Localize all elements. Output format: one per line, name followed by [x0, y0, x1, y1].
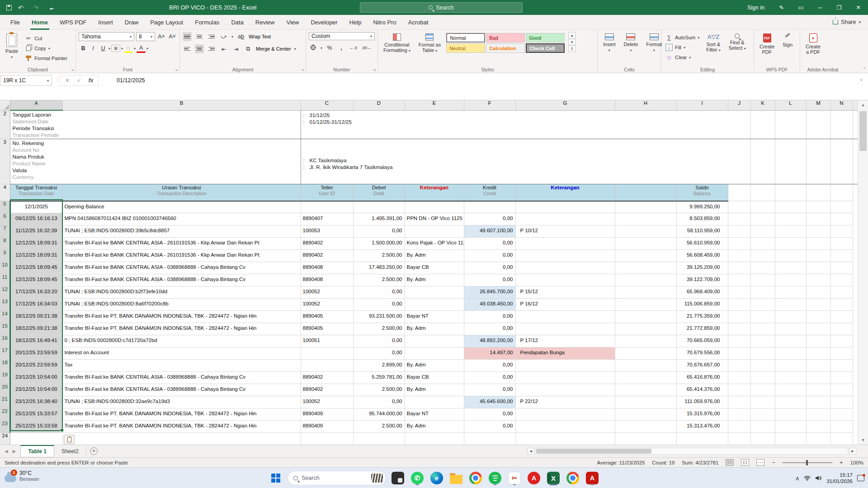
- cell-A9[interactable]: 12/12/25 18:09:31: [10, 250, 62, 262]
- clipboard-dialog-launcher[interactable]: ↘: [71, 67, 74, 72]
- cell-I21[interactable]: 111.059.976,00: [676, 396, 728, 408]
- row-header-23[interactable]: 23: [0, 421, 10, 433]
- whatsapp-icon[interactable]: ✆: [410, 470, 425, 486]
- cell-F14[interactable]: 0,00: [464, 311, 515, 323]
- page-break-view-button[interactable]: [756, 459, 764, 466]
- cell-F12[interactable]: 26.845.700,00: [464, 286, 515, 299]
- cell-H17[interactable]: [615, 347, 676, 360]
- tab-help[interactable]: Help: [344, 15, 368, 30]
- wifi-icon[interactable]: [804, 475, 811, 481]
- cell-C13[interactable]: 100052: [301, 299, 353, 311]
- font-size-select[interactable]: 8▾: [136, 32, 155, 41]
- borders-icon[interactable]: ⊞: [111, 45, 120, 52]
- cell-H9[interactable]: [615, 250, 676, 262]
- cell-A15[interactable]: 18/12/25 09:21:38: [10, 323, 62, 335]
- cell-I18[interactable]: 70.676.657,00: [676, 360, 728, 372]
- cell-I19[interactable]: 65.416.876,00: [676, 372, 728, 384]
- next-sheet-icon[interactable]: ▶: [13, 449, 16, 454]
- cell-A14[interactable]: 18/12/25 09:21:38: [10, 311, 62, 323]
- header-empty-h[interactable]: [615, 184, 676, 201]
- row-header-3[interactable]: 3: [0, 139, 10, 184]
- cell-C17[interactable]: [301, 347, 353, 360]
- taskbar-search-input[interactable]: Search: [288, 471, 386, 485]
- cell-E11[interactable]: By. Adm: [405, 274, 464, 286]
- col-header-F[interactable]: F: [464, 100, 515, 110]
- italic-button[interactable]: I: [89, 44, 98, 53]
- cell-A6[interactable]: 09/12/25 16:16:13: [10, 213, 62, 225]
- col-header-N[interactable]: N: [830, 100, 853, 110]
- chrome-icon[interactable]: [468, 470, 483, 486]
- find-select-button[interactable]: Find &Select ▾: [726, 32, 749, 52]
- cell-C7[interactable]: 100053: [301, 225, 353, 238]
- cell-D8[interactable]: 1.500.000,00: [353, 238, 405, 250]
- start-button[interactable]: [268, 470, 283, 486]
- autosum-button[interactable]: ∑AutoSum▾: [664, 33, 701, 42]
- cell-style-bad[interactable]: Bad: [486, 33, 525, 42]
- cell-B9[interactable]: Transfer BI-Fast ke BANK CENTRAL ASIA - …: [62, 250, 301, 262]
- cell-G10[interactable]: [515, 262, 615, 274]
- row-header-5[interactable]: 5: [0, 201, 10, 213]
- cell-B21[interactable]: TUNAI ; ESB:INDS:0002800D:32ae9c7a19d3: [62, 396, 301, 408]
- cell-E12[interactable]: [405, 286, 464, 299]
- cell-A12[interactable]: 17/12/25 16:33:20: [10, 286, 62, 299]
- number-dialog-launcher[interactable]: ↘: [373, 67, 376, 72]
- header-saldo[interactable]: SaldoBalance: [676, 184, 728, 201]
- chrome-2-icon[interactable]: [565, 470, 580, 486]
- cell-C3[interactable]: :KC Tasikmalaya:Jl. R. Ikik Wiradikarta …: [301, 139, 728, 184]
- cell-B7[interactable]: TUNAI ; ESB:INDS:0002800D:39b5c8dc8857: [62, 225, 301, 238]
- gallery-down-icon[interactable]: ▼: [568, 39, 576, 45]
- cell-D15[interactable]: 2.500,00: [353, 323, 405, 335]
- cell-F15[interactable]: 0,00: [464, 323, 515, 335]
- cell-C18[interactable]: [301, 360, 353, 372]
- cell-A21[interactable]: 23/12/25 16:38:40: [10, 396, 62, 408]
- cell-H23[interactable]: [615, 421, 676, 433]
- cell-A11[interactable]: 12/12/25 18:09:45: [10, 274, 62, 286]
- cell-G7[interactable]: P 10/12: [515, 225, 615, 238]
- cell-F20[interactable]: 0,00: [464, 384, 515, 396]
- cell-G18[interactable]: [515, 360, 615, 372]
- cell-F7[interactable]: 49.607.100,00: [464, 225, 515, 238]
- row-header-11[interactable]: 11: [0, 274, 10, 286]
- cell-H18[interactable]: [615, 360, 676, 372]
- cell-I22[interactable]: 15.315.976,00: [676, 408, 728, 421]
- cell-D9[interactable]: 2.500,00: [353, 250, 405, 262]
- wrap-text-button[interactable]: Wrap Text: [249, 34, 271, 39]
- cell-E8[interactable]: Kons Pajak - OP Vico 1125: [405, 238, 464, 250]
- row-header-17[interactable]: 17: [0, 347, 10, 360]
- cell-I10[interactable]: 39.125.209,00: [676, 262, 728, 274]
- cell-F17[interactable]: 14.497,00: [464, 347, 515, 360]
- cell-A16[interactable]: 18/12/25 16:49:41: [10, 335, 62, 347]
- pen-icon[interactable]: ✎: [772, 0, 791, 15]
- increase-font-icon[interactable]: A˄: [157, 32, 166, 41]
- cell-E16[interactable]: [405, 335, 464, 347]
- page-layout-view-button[interactable]: [741, 459, 749, 466]
- cell-G5[interactable]: [515, 201, 615, 213]
- cell-B18[interactable]: Tax: [62, 360, 301, 372]
- col-header-H[interactable]: H: [615, 100, 676, 110]
- paste-options-button[interactable]: [64, 435, 75, 444]
- cell-C8[interactable]: 8890402: [301, 238, 353, 250]
- cell-H11[interactable]: [615, 274, 676, 286]
- cell-I6[interactable]: 8.503.859,00: [676, 213, 728, 225]
- tab-data[interactable]: Data: [225, 15, 249, 30]
- col-header-B[interactable]: B: [62, 100, 301, 110]
- align-center-icon[interactable]: [195, 44, 204, 53]
- row-header-6[interactable]: 6: [0, 213, 10, 225]
- align-top-icon[interactable]: [183, 32, 192, 41]
- cell-E23[interactable]: By. Adm: [405, 421, 464, 433]
- cell-C6[interactable]: 8890407: [301, 213, 353, 225]
- customize-qat-icon[interactable]: ⌄̶: [48, 5, 54, 11]
- align-right-icon[interactable]: [207, 44, 216, 53]
- cell-D23[interactable]: 2.500,00: [353, 421, 405, 433]
- insert-function-icon[interactable]: fx: [85, 77, 96, 84]
- cell-E15[interactable]: By. Adm: [405, 323, 464, 335]
- cell-D12[interactable]: 0,00: [353, 286, 405, 299]
- row-header-8[interactable]: 8: [0, 238, 10, 250]
- undo-button[interactable]: ↶ ▾: [18, 5, 27, 11]
- cell-F9[interactable]: 0,00: [464, 250, 515, 262]
- cell-E18[interactable]: By. Adm: [405, 360, 464, 372]
- cell-E17[interactable]: [405, 347, 464, 360]
- fill-color-icon[interactable]: ◌: [124, 44, 133, 53]
- cell-A22[interactable]: 25/12/25 15:33:57: [10, 408, 62, 421]
- header-uraian-transaksi[interactable]: Uraian TransaksiTransaction Description: [62, 184, 301, 201]
